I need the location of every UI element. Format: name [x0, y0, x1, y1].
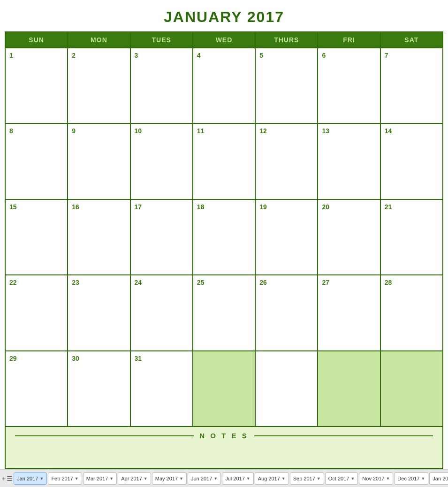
- month-tab-label: Jun 2017: [191, 476, 212, 481]
- day-cell[interactable]: [381, 351, 443, 427]
- day-cell[interactable]: 26: [256, 275, 318, 351]
- day-cell[interactable]: 28: [381, 275, 443, 351]
- week-row-5: 293031: [6, 351, 443, 427]
- day-cell[interactable]: 21: [381, 200, 443, 275]
- week-row-1: 1234567: [6, 48, 443, 124]
- month-tab-label: Apr 2017: [121, 476, 142, 481]
- day-number: 2: [72, 52, 76, 59]
- month-tab-jul-2017[interactable]: Jul 2017▼: [222, 472, 254, 485]
- day-cell[interactable]: 31: [131, 351, 193, 427]
- day-number: 5: [259, 52, 263, 59]
- month-tab-dec-2017[interactable]: Dec 2017▼: [394, 472, 428, 485]
- day-header-mon: MON: [68, 32, 130, 48]
- chevron-down-icon: ▼: [386, 476, 390, 481]
- day-cell[interactable]: 18: [193, 200, 256, 275]
- month-tab-label: Jan 2018: [433, 476, 448, 481]
- add-icon[interactable]: +: [2, 473, 6, 484]
- month-tab-label: Jul 2017: [225, 476, 245, 481]
- day-number: 9: [72, 127, 76, 135]
- day-number: 10: [135, 127, 142, 135]
- month-tab-apr-2017[interactable]: Apr 2017▼: [118, 472, 151, 485]
- day-number: 4: [197, 52, 201, 59]
- day-header-thurs: THURS: [256, 32, 318, 48]
- day-header-tues: TUES: [131, 32, 193, 48]
- month-tab-jan-2018[interactable]: Jan 2018▼: [429, 472, 448, 485]
- day-cell[interactable]: 2: [68, 48, 130, 124]
- chevron-down-icon: ▼: [109, 476, 114, 481]
- month-tab-nov-2017[interactable]: Nov 2017▼: [359, 472, 393, 485]
- day-cell[interactable]: 9: [68, 124, 130, 199]
- chevron-down-icon: ▼: [421, 476, 425, 481]
- day-cell[interactable]: 8: [6, 124, 68, 199]
- month-tab-mar-2017[interactable]: Mar 2017▼: [83, 472, 117, 485]
- month-tab-feb-2017[interactable]: Feb 2017▼: [48, 472, 82, 485]
- day-number: 24: [135, 279, 142, 286]
- day-number: 31: [135, 355, 142, 362]
- day-cell[interactable]: 12: [256, 124, 318, 199]
- weeks-container: 1234567891011121314151617181920212223242…: [6, 48, 443, 427]
- day-cell[interactable]: 16: [68, 200, 130, 275]
- month-tab-label: Aug 2017: [258, 476, 280, 481]
- month-tab-label: Oct 2017: [328, 476, 349, 481]
- day-number: 30: [72, 355, 79, 362]
- calendar-title: JANUARY 2017: [5, 5, 443, 31]
- day-number: 7: [385, 52, 388, 59]
- day-cell[interactable]: 4: [193, 48, 256, 124]
- day-number: 13: [322, 127, 329, 135]
- calendar-grid: SUNMONTUESWEDTHURSFRISAT 123456789101112…: [5, 31, 443, 427]
- day-cell[interactable]: 14: [381, 124, 443, 199]
- day-cell[interactable]: 3: [131, 48, 193, 124]
- day-cell[interactable]: [193, 351, 256, 427]
- day-cell[interactable]: 29: [6, 351, 68, 427]
- day-number: 28: [385, 279, 392, 286]
- month-tab-oct-2017[interactable]: Oct 2017▼: [325, 472, 358, 485]
- day-cell[interactable]: 27: [318, 275, 380, 351]
- day-number: 25: [197, 279, 205, 286]
- chevron-down-icon: ▼: [246, 476, 251, 481]
- month-tab-label: Dec 2017: [397, 476, 419, 481]
- month-tab-label: Sep 2017: [293, 476, 315, 481]
- day-number: 23: [72, 279, 79, 286]
- day-cell[interactable]: [318, 351, 380, 427]
- day-cell[interactable]: 17: [131, 200, 193, 275]
- day-cell[interactable]: 5: [256, 48, 318, 124]
- month-tab-jun-2017[interactable]: Jun 2017▼: [188, 472, 221, 485]
- chevron-down-icon: ▼: [75, 476, 79, 481]
- day-number: 29: [9, 355, 17, 362]
- day-cell[interactable]: 24: [131, 275, 193, 351]
- chevron-down-icon: ▼: [213, 476, 218, 481]
- day-cell[interactable]: 11: [193, 124, 256, 199]
- day-cell[interactable]: 1: [6, 48, 68, 124]
- day-headers-row: SUNMONTUESWEDTHURSFRISAT: [6, 32, 443, 48]
- day-number: 3: [135, 52, 138, 59]
- day-number: 1: [9, 52, 13, 59]
- month-tab-may-2017[interactable]: May 2017▼: [152, 472, 187, 485]
- day-cell[interactable]: [256, 351, 318, 427]
- day-number: 14: [385, 127, 392, 135]
- day-cell[interactable]: 23: [68, 275, 130, 351]
- day-number: 20: [322, 203, 329, 211]
- day-number: 17: [135, 203, 142, 211]
- menu-icon[interactable]: ☰: [7, 473, 13, 484]
- day-number: 18: [197, 203, 205, 211]
- day-cell[interactable]: 20: [318, 200, 380, 275]
- day-cell[interactable]: 7: [381, 48, 443, 124]
- day-cell[interactable]: 6: [318, 48, 380, 124]
- day-number: 26: [259, 279, 267, 286]
- month-tab-aug-2017[interactable]: Aug 2017▼: [255, 472, 289, 485]
- notes-line-right: [254, 435, 433, 436]
- day-cell[interactable]: 30: [68, 351, 130, 427]
- day-number: 15: [9, 203, 17, 211]
- day-cell[interactable]: 22: [6, 275, 68, 351]
- day-header-wed: WED: [193, 32, 256, 48]
- month-tab-jan-2017[interactable]: Jan 2017▼: [14, 472, 47, 485]
- day-number: 27: [322, 279, 329, 286]
- month-tab-sep-2017[interactable]: Sep 2017▼: [290, 472, 324, 485]
- day-cell[interactable]: 19: [256, 200, 318, 275]
- week-row-3: 15161718192021: [6, 200, 443, 275]
- day-cell[interactable]: 25: [193, 275, 256, 351]
- day-number: 16: [72, 203, 79, 211]
- day-cell[interactable]: 13: [318, 124, 380, 199]
- day-cell[interactable]: 15: [6, 200, 68, 275]
- day-cell[interactable]: 10: [131, 124, 193, 199]
